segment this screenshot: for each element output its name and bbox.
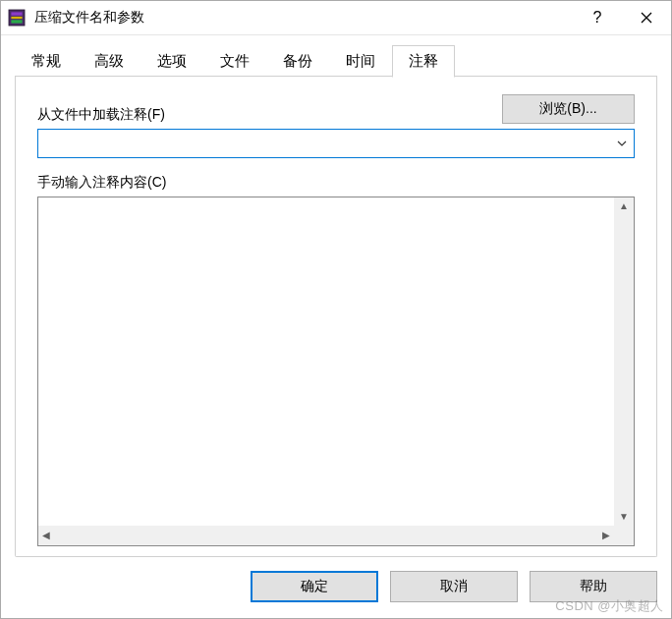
help-button[interactable]: 帮助 <box>530 571 657 602</box>
vertical-scrollbar[interactable]: ▲ ▼ <box>614 197 634 526</box>
scroll-down-icon[interactable]: ▼ <box>619 512 629 522</box>
file-combo-input[interactable] <box>38 130 610 157</box>
scroll-up-icon[interactable]: ▲ <box>619 201 629 211</box>
scroll-corner <box>614 526 634 545</box>
chevron-down-icon[interactable] <box>610 130 634 157</box>
browse-button[interactable]: 浏览(B)... <box>502 94 635 124</box>
titlebar: 压缩文件名和参数 ? <box>1 1 671 35</box>
tab-options[interactable]: 选项 <box>140 45 203 77</box>
comment-textarea-wrap: ▲ ▼ ◀ ▶ <box>37 197 635 546</box>
tab-files[interactable]: 文件 <box>203 45 266 77</box>
scroll-right-icon[interactable]: ▶ <box>602 531 610 540</box>
svg-rect-3 <box>11 20 22 23</box>
scroll-left-icon[interactable]: ◀ <box>42 531 50 540</box>
dialog-window: 压缩文件名和参数 ? 常规 高级 选项 文件 备份 时间 注释 从文件中加载注释… <box>0 0 672 619</box>
app-icon <box>7 8 27 28</box>
help-icon[interactable]: ? <box>573 1 622 35</box>
svg-rect-1 <box>11 12 22 15</box>
tab-comment[interactable]: 注释 <box>392 45 455 78</box>
comment-textarea[interactable] <box>38 197 614 526</box>
tab-backup[interactable]: 备份 <box>266 45 329 77</box>
close-icon[interactable] <box>622 1 671 35</box>
tab-advanced[interactable]: 高级 <box>78 45 140 77</box>
horizontal-scrollbar[interactable]: ◀ ▶ <box>38 526 614 545</box>
load-from-file-label: 从文件中加载注释(F) <box>37 106 165 124</box>
load-row: 从文件中加载注释(F) 浏览(B)... <box>37 94 635 124</box>
manual-input-label: 手动输入注释内容(C) <box>37 174 635 192</box>
tab-time[interactable]: 时间 <box>329 45 392 77</box>
dialog-button-row: 确定 取消 帮助 <box>1 571 671 618</box>
file-combo[interactable] <box>37 129 635 158</box>
ok-button[interactable]: 确定 <box>251 571 378 602</box>
tab-bar: 常规 高级 选项 文件 备份 时间 注释 <box>1 35 671 77</box>
window-title: 压缩文件名和参数 <box>34 9 573 27</box>
svg-rect-2 <box>11 17 22 19</box>
tab-panel-comment: 从文件中加载注释(F) 浏览(B)... 手动输入注释内容(C) ▲ ▼ ◀ ▶ <box>15 77 657 557</box>
cancel-button[interactable]: 取消 <box>390 571 518 602</box>
tab-general[interactable]: 常规 <box>15 45 78 77</box>
